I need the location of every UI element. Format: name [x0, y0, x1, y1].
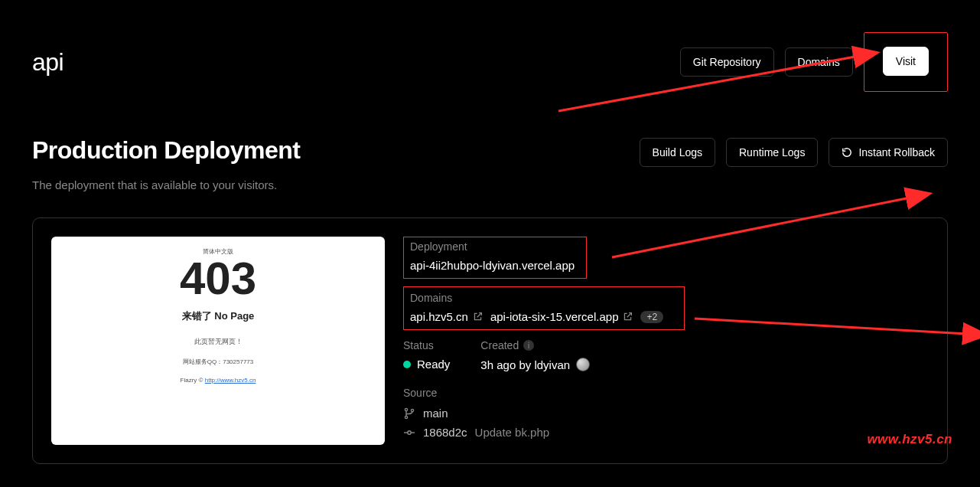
commit-msg: Update bk.php [475, 426, 550, 439]
svg-point-1 [405, 416, 407, 418]
source-branch-line[interactable]: main [403, 407, 929, 420]
section-actions: Build Logs Runtime Logs Instant Rollback [640, 138, 948, 167]
commit-icon [403, 427, 415, 439]
section-subtitle: The deployment that is available to your… [32, 178, 300, 191]
domain-item-0[interactable]: api.hzv5.cn [410, 310, 483, 323]
build-logs-button[interactable]: Build Logs [640, 138, 715, 167]
created-label-row: Created i [480, 339, 590, 351]
status-created-row: Status Ready Created i 3h ago by ldyivan [403, 339, 929, 371]
svg-point-3 [408, 430, 411, 433]
preview-footer: Flazry © http://www.hzv5.cn [181, 377, 256, 384]
created-value: 3h ago by ldyivan [480, 358, 570, 371]
instant-rollback-button[interactable]: Instant Rollback [829, 138, 948, 167]
domains-label: Domains [410, 292, 678, 304]
runtime-logs-button[interactable]: Runtime Logs [726, 138, 818, 167]
app-title: api [32, 48, 63, 77]
svg-point-2 [411, 409, 413, 411]
domains-row: api.hzv5.cn api-iota-six-15.vercel.app [410, 310, 678, 323]
external-link-icon [473, 312, 483, 322]
source-label: Source [403, 387, 929, 399]
section-header: Production Deployment The deployment tha… [0, 92, 980, 191]
domains-highlight-box: Domains api.hzv5.cn api-iota-six-15.verc… [403, 286, 685, 330]
header-actions: Git Repository Domains Visit [680, 32, 948, 92]
domains-extra-badge[interactable]: +2 [640, 311, 663, 323]
visit-button[interactable]: Visit [883, 47, 929, 76]
domains-button[interactable]: Domains [785, 47, 853, 77]
created-label: Created [480, 339, 519, 351]
deployment-preview[interactable]: 简体中文版 403 来错了 No Page 此页暂无网页！ 网站服务QQ：730… [51, 237, 385, 445]
source-commit-line[interactable]: 1868d2c Update bk.php [403, 426, 929, 439]
created-value-row: 3h ago by ldyivan [480, 358, 590, 371]
git-repository-button[interactable]: Git Repository [680, 47, 774, 77]
preview-line1: 此页暂无网页！ [194, 337, 243, 347]
instant-rollback-label: Instant Rollback [858, 146, 935, 159]
status-dot-icon [403, 361, 411, 368]
rollback-icon [842, 147, 852, 158]
deployment-details: Deployment api-4ii2hubpo-ldyivan.vercel.… [403, 237, 929, 445]
status-value-row: Ready [403, 358, 450, 371]
info-icon[interactable]: i [523, 340, 534, 351]
preview-footer-link: http://www.hzv5.cn [205, 377, 256, 384]
section-left: Production Deployment The deployment tha… [32, 136, 300, 191]
deployment-value[interactable]: api-4ii2hubpo-ldyivan.vercel.app [410, 259, 580, 272]
status-label: Status [403, 339, 450, 351]
avatar[interactable] [576, 358, 590, 371]
preview-line2: 网站服务QQ：730257773 [183, 358, 254, 366]
deployment-label: Deployment [410, 240, 580, 253]
deployment-card: 简体中文版 403 来错了 No Page 此页暂无网页！ 网站服务QQ：730… [32, 217, 948, 464]
branch-icon [403, 407, 415, 420]
visit-highlight-box: Visit [864, 32, 948, 92]
deployment-highlight-box: Deployment api-4ii2hubpo-ldyivan.vercel.… [403, 237, 587, 279]
preview-nopage: 来错了 No Page [182, 309, 255, 323]
source-block: Source main 1868d2c Update bk.php [403, 387, 929, 439]
page-header: api Git Repository Domains Visit [0, 0, 980, 92]
external-link-icon [623, 312, 633, 322]
status-block: Status Ready [403, 339, 450, 371]
source-branch: main [423, 407, 448, 420]
commit-hash: 1868d2c [423, 426, 467, 439]
preview-code: 403 [180, 256, 256, 302]
status-value: Ready [417, 358, 450, 371]
created-block: Created i 3h ago by ldyivan [480, 339, 590, 371]
svg-point-0 [405, 408, 407, 410]
domain-item-1[interactable]: api-iota-six-15.vercel.app [490, 310, 633, 323]
section-title: Production Deployment [32, 136, 300, 165]
